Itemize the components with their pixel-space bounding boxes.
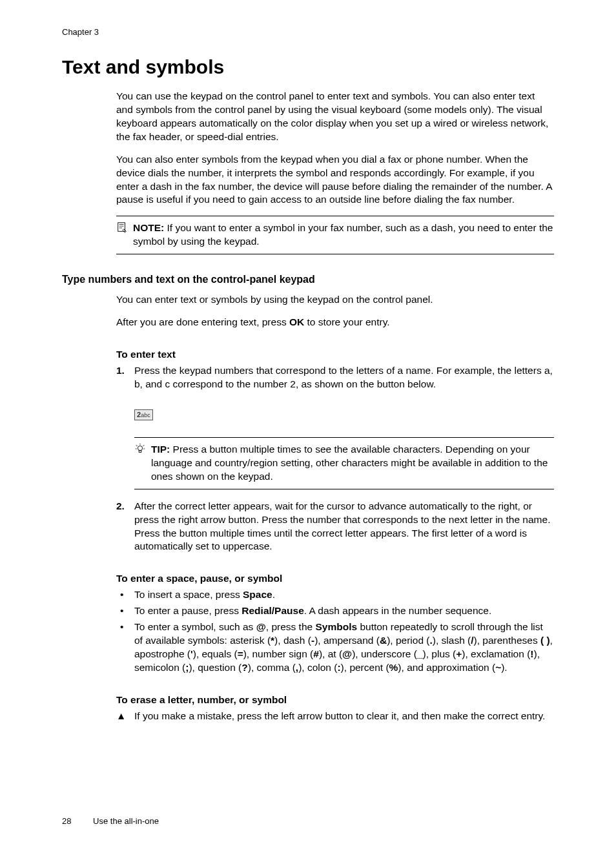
svg-point-4 (138, 446, 142, 450)
step-2-marker: 2. (116, 500, 134, 554)
erase-item: ▲ If you make a mistake, press the left … (116, 710, 554, 723)
bullet-symbol: • To enter a symbol, such as @, press th… (116, 621, 554, 675)
page-content: Chapter 3 Text and symbols You can use t… (0, 0, 616, 749)
tip-icon (134, 443, 149, 458)
step-1-text: Press the keypad numbers that correspond… (134, 364, 554, 391)
page-number: 28 (62, 816, 71, 826)
keypad-button-image: 2abc (134, 408, 554, 420)
triangle-marker: ▲ (116, 710, 134, 723)
numbered-list-2: 2. After the correct letter appears, wai… (116, 500, 554, 554)
step-1: 1. Press the keypad numbers that corresp… (116, 364, 554, 391)
tip-label: TIP: (151, 444, 170, 455)
svg-rect-0 (118, 223, 125, 232)
sub-heading-space: To enter a space, pause, or symbol (116, 573, 554, 584)
bullet-marker: • (116, 604, 134, 618)
step-1-marker: 1. (116, 364, 134, 391)
main-title: Text and symbols (62, 56, 554, 78)
section-paragraph-2: After you are done entering text, press … (116, 316, 554, 329)
tip-text: Press a button multiple times to see the… (151, 444, 548, 482)
note-label: NOTE: (133, 222, 164, 233)
section-heading: Type numbers and text on the control-pan… (62, 274, 554, 285)
footer-title: Use the all-in-one (93, 816, 159, 826)
intro-paragraph-2: You can also enter symbols from the keyp… (116, 153, 554, 207)
bullet-space: • To insert a space, press Space. (116, 588, 554, 602)
numbered-list: 1. Press the keypad numbers that corresp… (116, 364, 554, 391)
note-callout: NOTE: If you want to enter a symbol in y… (116, 216, 554, 254)
note-text: If you want to enter a symbol in your fa… (133, 222, 553, 247)
note-icon (116, 221, 130, 237)
bullet-pause: • To enter a pause, press Redial/Pause. … (116, 604, 554, 618)
tip-callout: TIP: Press a button multiple times to se… (134, 437, 554, 489)
page-footer: 28 Use the all-in-one (62, 816, 159, 826)
intro-paragraph-1: You can use the keypad on the control pa… (116, 90, 554, 144)
svg-rect-5 (139, 451, 141, 453)
bullet-list: • To insert a space, press Space. • To e… (116, 588, 554, 675)
sub-heading-enter-text: To enter text (116, 349, 554, 360)
erase-text: If you make a mistake, press the left ar… (134, 710, 554, 723)
svg-line-8 (143, 446, 145, 446)
bullet-marker: • (116, 588, 134, 602)
section-paragraph-1: You can enter text or symbols by using t… (116, 293, 554, 307)
step-2: 2. After the correct letter appears, wai… (116, 500, 554, 554)
sub-heading-erase: To erase a letter, number, or symbol (116, 694, 554, 706)
chapter-header: Chapter 3 (62, 27, 554, 37)
bullet-marker: • (116, 621, 134, 675)
svg-line-7 (136, 446, 138, 446)
step-2-text: After the correct letter appears, wait f… (134, 500, 554, 554)
